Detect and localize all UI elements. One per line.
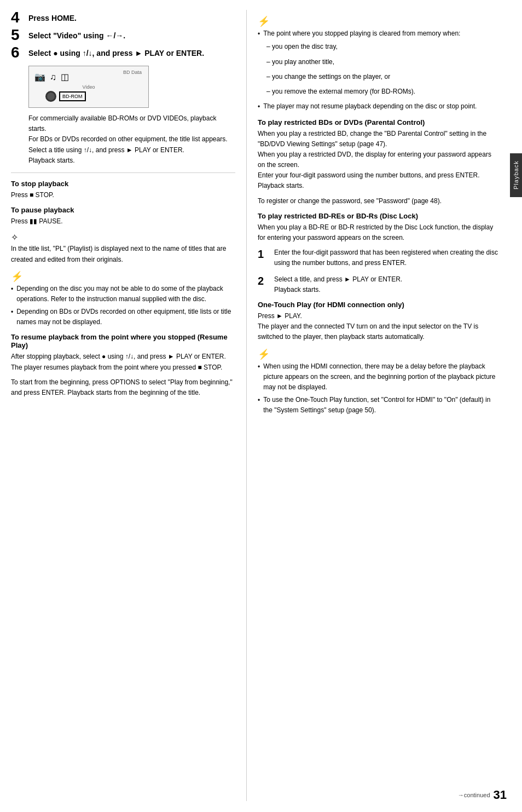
note2-bullet-intro: • The point where you stopped playing is… [258,28,499,39]
grid-icon: ◫ [61,72,69,82]
stop-playback-heading: To stop playback [11,180,235,188]
step-5-text: Select "Video" using ←/→. [28,27,125,42]
tip-note: ✧ In the title list, "PL" (Playlist) is … [11,232,235,264]
step-description: For commercially available BD-ROMs or DV… [28,113,235,166]
video-label: Video [34,84,143,90]
step-4-text: Press HOME. [28,10,77,24]
one-touch-heading: One-Touch Play (for HDMI connection only… [258,301,499,309]
sidebar-label: Playback [513,161,519,190]
note1-block: ⚡ • Depending on the disc you may not be… [11,270,235,328]
disc-lock-step-1: 1 Enter the four-digit password that has… [258,247,499,268]
page-footer: →continued 31 [458,788,507,802]
right-column: ⚡ • The point where you stopped playing … [246,10,499,801]
pause-playback-body: Press ▮▮ PAUSE. [11,216,235,227]
note2-sub-2: – you play another title, [266,57,499,67]
note1-bullet-1: • Depending on the disc you may not be a… [11,284,235,304]
stop-playback-body: Press ■ STOP. [11,190,235,200]
divider-1 [11,172,235,173]
bd-rom-label: BD-ROM [59,91,86,101]
menu-diagram: BD Data 📷 ♫ ◫ Video BD-ROM [28,66,149,108]
step-6: 6 Select ● using ↑/↓, and press ► PLAY o… [11,45,235,60]
parental-bd-dvd-body: When you play a restricted BD, change th… [258,129,499,192]
disc-lock-step-2-text: Select a title, and press ► PLAY or ENTE… [274,274,402,295]
step-6-number: 6 [11,45,24,60]
bd-data-label: BD Data [123,70,142,75]
left-column: 4 Press HOME. 5 Select "Video" using ←/→… [11,10,246,801]
note2-bullet-2: • The player may not resume playback dep… [258,101,499,112]
warning-icon-2: ⚡ [258,15,499,27]
note3-bullet-1: • When using the HDMI connection, there … [258,361,499,393]
note2-sub-3: – you change the settings on the player,… [266,72,499,82]
disc-lock-body: When you play a BD-RE or BD-R restricted… [258,222,499,243]
note2-sub-1: – you open the disc tray, [266,42,499,52]
note2-sub-bullets: – you open the disc tray, – you play ano… [266,42,499,97]
continued-label: →continued [458,792,490,798]
step-5: 5 Select "Video" using ←/→. [11,27,235,43]
one-touch-body: Press ► PLAY. The player and the connect… [258,311,499,343]
resume-body: After stopping playback, select ● using … [11,352,235,372]
music-icon: ♫ [50,72,56,82]
step-4-number: 4 [11,10,24,25]
camera-icon: 📷 [34,72,45,82]
parental-register-text: To register or change the password, see … [258,196,499,206]
pause-playback-heading: To pause playback [11,206,235,214]
warning-icon-3: ⚡ [258,348,499,360]
disc-lock-step-1-num: 1 [258,247,269,261]
disc-lock-step-2-num: 2 [258,274,269,287]
note1-bullet-2: • Depending on BDs or DVDs recorded on o… [11,307,235,327]
disc-lock-step-2: 2 Select a title, and press ► PLAY or EN… [258,274,499,295]
warning-icon-1: ⚡ [11,270,235,283]
resume-heading: To resume playback from the point where … [11,333,235,349]
disc-lock-heading: To play restricted BD-REs or BD-Rs (Disc… [258,212,499,220]
parental-bd-dvd-heading: To play restricted BDs or DVDs (Parental… [258,118,499,126]
note3-block: ⚡ • When using the HDMI connection, ther… [258,348,499,416]
step-5-number: 5 [11,27,24,43]
page-number: 31 [494,788,507,802]
note2-sub-4: – you remove the external memory (for BD… [266,87,499,97]
note2-block: ⚡ • The point where you stopped playing … [258,15,499,113]
step-6-text: Select ● using ↑/↓, and press ► PLAY or … [28,45,204,59]
step-4: 4 Press HOME. [11,10,235,25]
tip-icon: ✧ [11,232,235,243]
bd-rom-item: BD-ROM [45,91,143,102]
tip-note-body: In the title list, "PL" (Playlist) is di… [11,244,235,264]
disc-icon [45,91,56,102]
disc-lock-step-1-text: Enter the four-digit password that has b… [274,247,499,268]
sidebar-tab: Playback [510,153,522,197]
resume-extra: To start from the beginning, press OPTIO… [11,377,235,398]
note3-bullet-2: • To use the One-Touch Play function, se… [258,395,499,416]
